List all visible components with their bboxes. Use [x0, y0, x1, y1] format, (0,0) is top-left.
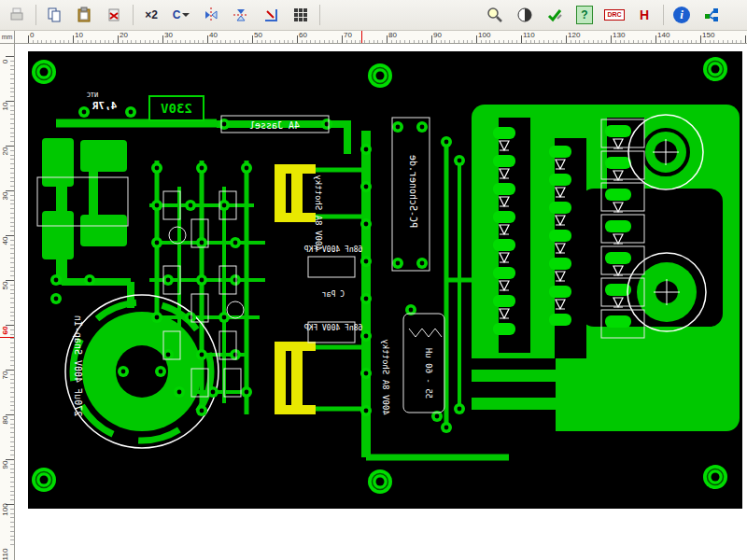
- toolbar-separator: [35, 5, 36, 25]
- footprint-icon: [703, 7, 720, 23]
- h-ruler-tick: 50: [254, 31, 262, 39]
- rotate-label: C: [173, 8, 181, 21]
- v-ruler-tick: 20: [1, 144, 10, 159]
- cursor-marker-v: [0, 337, 14, 338]
- pcb-label-cpar: C Par: [322, 290, 345, 299]
- pcb-label-ntc: NTC: [87, 91, 99, 99]
- h-ruler-tick: 150: [702, 31, 714, 39]
- h-ruler-tick: 40: [209, 31, 218, 39]
- h-ruler-tick: 30: [164, 31, 173, 39]
- pcb-label-fkp-1: 68nF 400V FKP: [304, 245, 363, 254]
- rotate-button[interactable]: C: [168, 2, 194, 28]
- ruler-unit-box: mm: [0, 31, 15, 44]
- toolbar-separator: [319, 5, 320, 25]
- h-ruler-tick: 10: [75, 31, 83, 39]
- toolbar-separator: [133, 5, 134, 25]
- pcb-label-fkp-2: 68nF 400V FKP: [304, 324, 363, 332]
- horizontal-ruler: 0 10 20 30 40 50 60 70 80 90 100 110 120…: [15, 31, 747, 44]
- pcb-canvas[interactable]: NTC 4,7R 230V 4A Jassel 400V 8A Shottky …: [15, 44, 747, 560]
- paste-icon: [76, 7, 92, 23]
- flip-button[interactable]: [258, 2, 284, 28]
- array-button[interactable]: [288, 2, 314, 28]
- help-button[interactable]: ?: [571, 2, 598, 28]
- v-ruler-tick: 30: [1, 189, 10, 203]
- mirror-horizontal-button[interactable]: [198, 2, 224, 28]
- v-ruler-tick: 80: [1, 413, 10, 427]
- chevron-down-icon: [182, 13, 190, 17]
- info-label: i: [673, 7, 690, 23]
- h-ruler-tick: 0: [30, 31, 34, 39]
- pcb-label-brand: PC-Schoner.de: [408, 155, 418, 228]
- h-ruler-tick: 20: [120, 31, 128, 39]
- copy-button[interactable]: [41, 2, 67, 28]
- copy-icon: [46, 7, 63, 23]
- mirror-horizontal-icon: [203, 7, 219, 23]
- zoom-button[interactable]: [482, 2, 508, 28]
- v-ruler-tick: 0: [1, 54, 10, 69]
- h-ruler-tick: 100: [478, 31, 490, 39]
- vertical-ruler: 0 10 20 30 40 50 60 70 80 90 100 110: [0, 44, 15, 560]
- cursor-marker-h: [361, 31, 362, 43]
- scale-x2-button[interactable]: ×2: [138, 2, 164, 28]
- flip-icon: [262, 7, 279, 23]
- toolbar-separator: [663, 5, 664, 25]
- zoom-icon: [486, 7, 503, 23]
- h-ruler-tick: 60: [299, 31, 307, 39]
- v-ruler-tick: 50: [1, 278, 10, 293]
- h-ruler-tick: 90: [433, 31, 442, 39]
- contrast-icon: [516, 7, 533, 23]
- h-button[interactable]: H: [631, 2, 657, 28]
- pcb-label-cap: 270uF 400V Snap-In: [73, 315, 83, 416]
- drc-button[interactable]: DRC: [601, 2, 627, 28]
- pcb-editor-window: ×2 C: [0, 0, 747, 560]
- h-ruler-tick: 70: [344, 31, 352, 39]
- pcb-label-inductor: 55 - 60 uH: [424, 348, 433, 399]
- ruler-unit-label: mm: [2, 34, 13, 40]
- pcb-label-fuse: 4A Jassel: [249, 120, 300, 131]
- v-ruler-tick: 70: [1, 368, 10, 383]
- v-ruler-tick: 60: [1, 323, 10, 338]
- h-ruler-tick: 80: [388, 31, 397, 39]
- pcb-label-voltage: 230V: [161, 101, 192, 116]
- mirror-vertical-icon: [233, 7, 249, 23]
- h-ruler-tick: 120: [568, 31, 580, 39]
- delete-button[interactable]: [101, 2, 127, 28]
- toolbar: ×2 C: [0, 0, 747, 31]
- pcb-label-shottky-2: 400V 8A Shottky: [381, 339, 390, 415]
- pcb-label-shottky-1: 400V 8A Shottky: [314, 175, 323, 251]
- paste-button[interactable]: [71, 2, 97, 28]
- check-icon: [546, 7, 563, 23]
- v-ruler-tick: 100: [1, 502, 10, 517]
- footprint-button[interactable]: [698, 2, 725, 28]
- h-ruler-tick: 130: [613, 31, 625, 39]
- h-ruler-tick: 110: [523, 31, 535, 39]
- drc-label: DRC: [604, 9, 624, 21]
- scale-x2-label: ×2: [145, 8, 158, 21]
- delete-icon: [106, 7, 122, 23]
- h-ruler-tick: 140: [657, 31, 669, 39]
- v-ruler-tick: 40: [1, 233, 10, 248]
- pcb-render: NTC 4,7R 230V 4A Jassel 400V 8A Shottky …: [15, 44, 747, 560]
- v-ruler-tick: 10: [1, 99, 10, 114]
- help-label: ?: [576, 6, 593, 24]
- print-button[interactable]: [4, 2, 30, 28]
- pcb-label-ntc-value: 4,7R: [92, 100, 117, 112]
- mirror-vertical-button[interactable]: [228, 2, 254, 28]
- contrast-button[interactable]: [512, 2, 538, 28]
- v-ruler-tick: 90: [1, 457, 10, 472]
- h-label: H: [640, 7, 649, 22]
- array-icon: [292, 7, 309, 23]
- info-button[interactable]: i: [669, 2, 695, 28]
- check-button[interactable]: [542, 2, 568, 28]
- v-ruler-tick: 110: [1, 547, 10, 560]
- print-icon: [8, 7, 25, 23]
